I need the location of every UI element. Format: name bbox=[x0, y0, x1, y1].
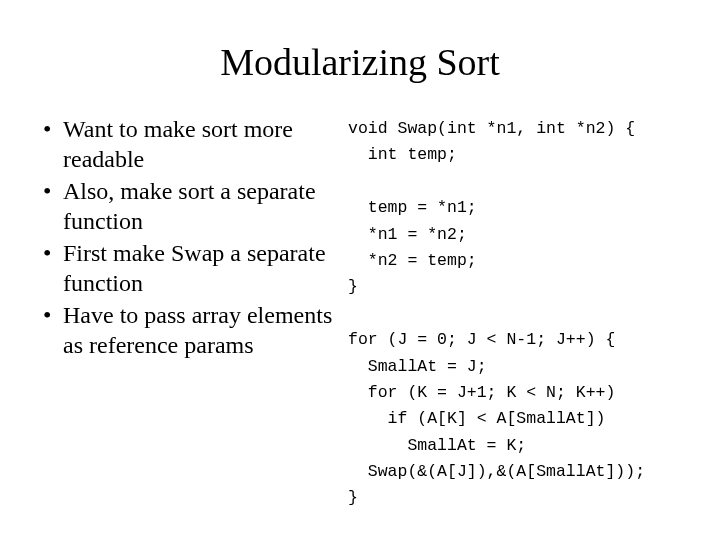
slide: Modularizing Sort • Want to make sort mo… bbox=[0, 0, 720, 540]
code-block: void Swap(int *n1, int *n2) { int temp; … bbox=[348, 114, 685, 512]
list-item: • Have to pass array elements as referen… bbox=[43, 300, 343, 360]
list-item: • First make Swap a separate function bbox=[43, 238, 343, 298]
bullet-dot-icon: • bbox=[43, 114, 63, 174]
bullet-text: Have to pass array elements as reference… bbox=[63, 300, 343, 360]
list-item: • Want to make sort more readable bbox=[43, 114, 343, 174]
list-item: • Also, make sort a separate function bbox=[43, 176, 343, 236]
bullet-text: Also, make sort a separate function bbox=[63, 176, 343, 236]
slide-content: • Want to make sort more readable • Also… bbox=[35, 114, 685, 512]
bullet-dot-icon: • bbox=[43, 238, 63, 298]
bullet-text: First make Swap a separate function bbox=[63, 238, 343, 298]
bullet-dot-icon: • bbox=[43, 300, 63, 360]
bullet-text: Want to make sort more readable bbox=[63, 114, 343, 174]
bullet-dot-icon: • bbox=[43, 176, 63, 236]
slide-title: Modularizing Sort bbox=[35, 40, 685, 84]
bullet-list: • Want to make sort more readable • Also… bbox=[35, 114, 343, 512]
